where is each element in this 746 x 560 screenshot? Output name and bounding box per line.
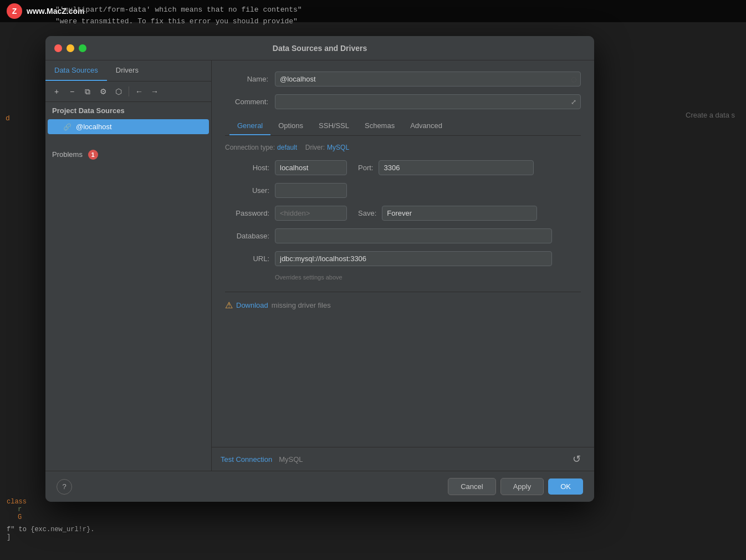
connection-type-row: Connection type: default Driver: MySQL — [225, 144, 581, 151]
right-panel-text: Create a data s — [686, 111, 735, 119]
port-input[interactable] — [379, 160, 534, 175]
bottom-terminal: class r G f" to {exc.new_url!r}. ] — [0, 493, 746, 560]
form-area: Name: ◌ Comment: ⤢ General — [212, 60, 594, 447]
spinner-icon: ◌ — [571, 75, 576, 83]
download-suffix: missing driver files — [272, 301, 331, 309]
close-button[interactable] — [54, 44, 62, 52]
maximize-button[interactable] — [79, 44, 86, 52]
tab-advanced[interactable]: Advanced — [402, 117, 450, 135]
host-port-row: Host: Port: — [225, 160, 581, 175]
port-label: Port: — [358, 164, 373, 172]
expand-comment-button[interactable]: ⤢ — [569, 98, 579, 106]
add-button[interactable]: + — [50, 85, 63, 98]
sidebar-item-label: @localhost — [76, 123, 112, 131]
database-group: Database: — [225, 228, 552, 243]
password-save-row: Password: Save: — [225, 206, 581, 221]
datasource-icon: 🔗 — [63, 123, 71, 131]
database-label: Database: — [225, 232, 269, 240]
general-tab-content: Connection type: default Driver: MySQL H… — [225, 136, 581, 326]
password-input[interactable] — [275, 206, 347, 221]
settings-button[interactable]: ⚙ — [96, 85, 110, 98]
connection-type-value[interactable]: default — [277, 144, 297, 151]
copy-button[interactable]: ⧉ — [81, 85, 94, 98]
save-label: Save: — [358, 209, 376, 217]
dialog: Data Sources and Drivers Data Sources Dr… — [45, 36, 594, 502]
tab-options[interactable]: Options — [270, 117, 311, 135]
macz-icon: Z — [7, 3, 22, 19]
user-group: User: — [225, 183, 347, 198]
comment-label: Comment: — [225, 98, 275, 106]
test-connection-button[interactable]: Test Connection — [221, 455, 272, 464]
problems-section: Problems 1 — [45, 143, 211, 166]
macz-url: www.MacZ.com — [27, 7, 85, 16]
comment-input[interactable] — [275, 94, 581, 109]
user-row: User: — [225, 183, 581, 198]
save-input[interactable] — [382, 206, 537, 221]
url-input[interactable] — [275, 251, 552, 266]
download-link[interactable]: Download — [236, 301, 268, 309]
comment-row: Comment: ⤢ — [225, 94, 581, 109]
database-row: Database: — [225, 228, 581, 243]
sidebar-tabs: Data Sources Drivers — [45, 60, 211, 82]
problems-badge: 1 — [88, 150, 98, 160]
content-tabs: General Options SSH/SSL Schemas Advanced — [225, 117, 581, 136]
sidebar-item-localhost[interactable]: 🔗 @localhost — [48, 119, 209, 134]
url-note: Overrides settings above — [275, 274, 581, 281]
reset-button[interactable]: ↺ — [573, 453, 581, 465]
toolbar-separator — [129, 86, 129, 96]
password-label: Password: — [225, 209, 269, 217]
host-label: Host: — [225, 164, 269, 172]
port-group: Port: — [358, 160, 534, 175]
driver-value[interactable]: MySQL — [327, 144, 349, 151]
user-label: User: — [225, 186, 269, 195]
dialog-titlebar: Data Sources and Drivers — [45, 36, 594, 60]
forward-button[interactable]: → — [148, 85, 161, 98]
ok-button[interactable]: OK — [548, 478, 583, 495]
host-group: Host: — [225, 160, 347, 175]
sidebar: Data Sources Drivers + − ⧉ ⚙ ⬡ ← → Proje… — [45, 60, 212, 471]
database-input[interactable] — [275, 228, 552, 243]
main-panel: Name: ◌ Comment: ⤢ General — [212, 60, 594, 471]
tab-schemas[interactable]: Schemas — [357, 117, 402, 135]
bottom-bar: Test Connection MySQL ↺ — [212, 447, 594, 471]
url-row: URL: — [225, 251, 581, 266]
host-input[interactable] — [275, 160, 347, 175]
dialog-title: Data Sources and Drivers — [273, 44, 367, 53]
dialog-footer: ? Cancel Apply OK — [45, 471, 594, 502]
password-group: Password: — [225, 206, 347, 221]
tab-data-sources[interactable]: Data Sources — [45, 60, 107, 81]
help-button[interactable]: ? — [57, 479, 72, 495]
save-group: Save: — [358, 206, 537, 221]
name-input[interactable] — [275, 72, 581, 86]
warning-icon: ⚠ — [225, 300, 233, 310]
connection-type-label: Connection type: — [225, 144, 275, 151]
url-group: URL: — [225, 251, 552, 266]
tab-general[interactable]: General — [229, 117, 270, 135]
problems-label: Problems — [52, 150, 83, 159]
minimize-button[interactable] — [67, 44, 74, 52]
test-connection-driver: MySQL — [279, 455, 303, 464]
tab-drivers[interactable]: Drivers — [107, 60, 147, 81]
macz-bar: Z www.MacZ.com — [0, 0, 746, 22]
name-input-wrapper: ◌ — [275, 72, 581, 86]
export-button[interactable]: ⬡ — [112, 85, 125, 98]
section-header-project-data-sources: Project Data Sources — [45, 102, 211, 119]
user-input[interactable] — [275, 183, 347, 198]
tab-ssh-ssl[interactable]: SSH/SSL — [311, 117, 357, 135]
remove-button[interactable]: − — [65, 85, 79, 98]
download-section: ⚠ Download missing driver files — [225, 292, 581, 318]
sidebar-toolbar: + − ⧉ ⚙ ⬡ ← → — [45, 82, 211, 102]
apply-button[interactable]: Apply — [500, 478, 544, 495]
url-label: URL: — [225, 254, 269, 263]
driver-label: Driver: — [305, 144, 325, 151]
back-button[interactable]: ← — [132, 85, 146, 98]
window-controls — [54, 44, 86, 52]
name-row: Name: ◌ — [225, 72, 581, 86]
name-label: Name: — [225, 75, 275, 83]
url-section: URL: Overrides settings above — [225, 251, 581, 281]
dialog-body: Data Sources Drivers + − ⧉ ⚙ ⬡ ← → Proje… — [45, 60, 594, 471]
cancel-button[interactable]: Cancel — [448, 478, 495, 495]
